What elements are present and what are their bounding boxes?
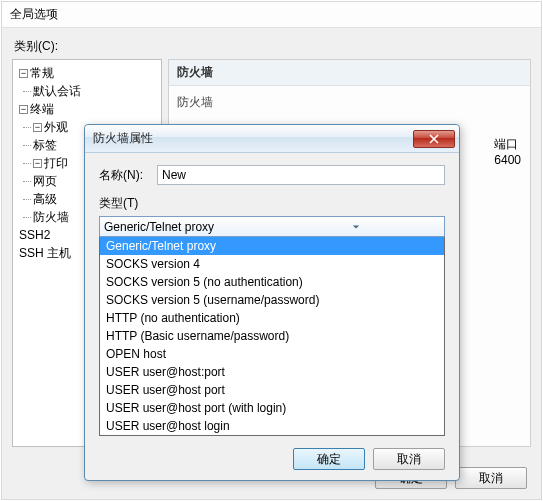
port-info: 端口 6400 bbox=[494, 136, 521, 167]
dropdown-option[interactable]: OPEN host bbox=[100, 345, 444, 363]
dropdown-option[interactable]: SOCKS version 5 (no authentication) bbox=[100, 273, 444, 291]
type-label: 类型(T) bbox=[99, 196, 138, 210]
collapse-icon[interactable]: − bbox=[33, 159, 42, 168]
dropdown-option[interactable]: HTTP (no authentication) bbox=[100, 309, 444, 327]
dialog-title: 防火墙属性 bbox=[93, 130, 413, 147]
port-label: 端口 bbox=[494, 136, 521, 153]
tree-item[interactable]: 外观 bbox=[44, 120, 68, 134]
panel-subtitle: 防火墙 bbox=[177, 94, 522, 111]
window-title: 全局选项 bbox=[2, 2, 541, 28]
dialog-ok-button[interactable]: 确定 bbox=[293, 448, 365, 470]
tree-item[interactable]: SSH2 bbox=[19, 228, 50, 242]
type-combobox[interactable]: Generic/Telnet proxy bbox=[99, 216, 445, 237]
dropdown-option[interactable]: HTTP (Basic username/password) bbox=[100, 327, 444, 345]
dropdown-option[interactable]: USER user@host:port bbox=[100, 363, 444, 381]
dropdown-option[interactable]: USER user@host login bbox=[100, 417, 444, 435]
collapse-icon[interactable]: − bbox=[19, 69, 28, 78]
dropdown-option[interactable]: SOCKS version 5 (username/password) bbox=[100, 291, 444, 309]
panel-title: 防火墙 bbox=[169, 60, 530, 86]
tree-item[interactable]: SSH 主机 bbox=[19, 246, 71, 260]
collapse-icon[interactable]: − bbox=[19, 105, 28, 114]
close-button[interactable] bbox=[413, 130, 455, 148]
chevron-down-icon bbox=[272, 220, 440, 234]
close-icon bbox=[429, 134, 439, 144]
dropdown-option[interactable]: Generic/Telnet proxy bbox=[100, 237, 444, 255]
dropdown-option[interactable]: SOCKS version 4 bbox=[100, 255, 444, 273]
tree-item[interactable]: 终端 bbox=[30, 102, 54, 116]
dropdown-option[interactable]: USER user@host port bbox=[100, 381, 444, 399]
type-selected-value: Generic/Telnet proxy bbox=[104, 220, 272, 234]
dialog-titlebar[interactable]: 防火墙属性 bbox=[85, 125, 459, 153]
name-input[interactable] bbox=[157, 165, 445, 185]
tree-item[interactable]: 防火墙 bbox=[33, 210, 69, 224]
global-options-window: 全局选项 类别(C): −常规 默认会话 −终端 −外观 标签 −打印 网页 高… bbox=[1, 1, 542, 500]
dropdown-option[interactable]: USER user@host port (with login) bbox=[100, 399, 444, 417]
tree-item[interactable]: 高级 bbox=[33, 192, 57, 206]
type-dropdown-list[interactable]: Generic/Telnet proxySOCKS version 4SOCKS… bbox=[99, 237, 445, 436]
tree-item[interactable]: 打印 bbox=[44, 156, 68, 170]
cancel-button[interactable]: 取消 bbox=[455, 467, 527, 489]
tree-item[interactable]: 网页 bbox=[33, 174, 57, 188]
tree-item[interactable]: 标签 bbox=[33, 138, 57, 152]
tree-item[interactable]: 常规 bbox=[30, 66, 54, 80]
dialog-cancel-button[interactable]: 取消 bbox=[373, 448, 445, 470]
port-value: 6400 bbox=[494, 153, 521, 167]
firewall-properties-dialog: 防火墙属性 名称(N): 类型(T) Generic/Telnet proxy bbox=[84, 124, 460, 481]
name-label: 名称(N): bbox=[99, 167, 151, 184]
collapse-icon[interactable]: − bbox=[33, 123, 42, 132]
category-label: 类别(C): bbox=[14, 38, 531, 55]
tree-item[interactable]: 默认会话 bbox=[33, 84, 81, 98]
